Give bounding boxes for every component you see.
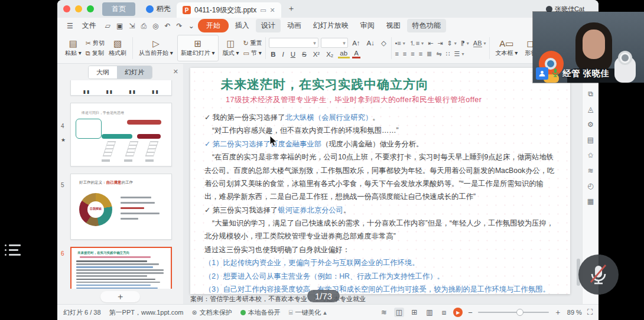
more-commands-icon[interactable]: ⌄ xyxy=(186,22,197,30)
font-color-button[interactable]: A xyxy=(352,50,361,58)
pane-history-icon[interactable]: ◴ xyxy=(587,182,593,190)
text-box-button[interactable]: A▭ 文本框 ▾ xyxy=(493,35,521,61)
cut-button[interactable]: ✂ 剪切 xyxy=(86,39,105,47)
slide-5-thumbnail[interactable]: 好工作的定义：自己满意的工作 自我探索 xyxy=(70,174,172,240)
columns-icon[interactable]: ⇋ xyxy=(436,50,441,58)
strip-list-icon[interactable] xyxy=(5,244,21,256)
numbering-icon[interactable]: ⒈≡ xyxy=(409,39,419,48)
align-right-icon[interactable]: ≡ xyxy=(411,50,414,57)
template-source[interactable]: 第一PPT，www.1ppt.com xyxy=(109,308,184,317)
slide-canvas[interactable]: 未来迷茫时，在实习实践中确立方向 17级技术经济及管理专业学生，毕业时拿到四大的… xyxy=(190,68,570,294)
slide-sorter-icon[interactable]: ⊞ xyxy=(409,308,419,317)
font-name-select[interactable]: ▾ xyxy=(269,38,318,48)
layout-button[interactable]: ◫ 版式 ▾ xyxy=(220,35,242,61)
slideshow-view-icon[interactable]: ⧈ xyxy=(440,308,448,317)
italic-button[interactable]: I xyxy=(280,51,286,58)
pane-settings-icon[interactable]: ⚙ xyxy=(587,120,594,129)
reset-button[interactable]: ↻ 重置 xyxy=(243,39,262,47)
bullets-icon[interactable]: •≡ xyxy=(395,40,401,47)
highlight-color-button[interactable]: ab xyxy=(338,50,350,58)
normal-view-icon[interactable]: ◫ xyxy=(394,308,404,317)
justify-icon[interactable]: ≡ xyxy=(419,50,422,57)
decrease-indent-icon[interactable]: ⇤ xyxy=(428,40,433,47)
list-settings-icon[interactable]: ☰ xyxy=(454,50,460,58)
fit-slide-icon[interactable]: ⛶ xyxy=(587,308,593,317)
slide-3-thumbnail[interactable]: ▮▮▮▮▮▮▮▮ xyxy=(70,80,172,96)
menu-special-features[interactable]: 特色功能 xyxy=(407,19,446,32)
clear-format-icon[interactable]: ◇ xyxy=(379,39,389,47)
add-slide-button[interactable]: ＋ xyxy=(100,291,140,302)
minimize-window-button[interactable] xyxy=(75,5,82,12)
zoom-slider-thumb[interactable] xyxy=(516,309,523,316)
pane-image-icon[interactable]: ▦ xyxy=(587,197,594,205)
mic-muted-button[interactable] xyxy=(578,254,619,295)
increase-indent-icon[interactable]: ⇥ xyxy=(437,40,443,47)
present-icon[interactable]: ▭ xyxy=(260,6,266,14)
play-slideshow-button[interactable]: ▶ xyxy=(453,308,463,317)
menu-animation[interactable]: 动画 xyxy=(282,19,307,32)
strikethrough-button[interactable]: S xyxy=(300,51,309,58)
decrease-font-icon[interactable]: A↓ xyxy=(365,40,376,47)
menu-review[interactable]: 审阅 xyxy=(355,19,380,32)
line-spacing-icon[interactable]: ⇕ xyxy=(447,40,453,47)
copy-button[interactable]: ⧉ 复制 xyxy=(86,49,105,57)
pane-effects-icon[interactable]: ◬ xyxy=(588,105,593,113)
align-left-icon[interactable]: ≡ xyxy=(395,50,398,57)
close-window-button[interactable] xyxy=(63,5,70,12)
align-center-icon[interactable]: ≡ xyxy=(403,50,406,57)
close-tab-icon[interactable]: ✕ xyxy=(270,6,275,14)
para-spacing-icon[interactable]: ∷ xyxy=(446,50,450,58)
print-preview-icon[interactable]: ◎ xyxy=(150,22,161,30)
superscript-button[interactable]: X² xyxy=(311,51,322,58)
save-icon[interactable]: ▣ xyxy=(114,22,125,30)
pane-cards-icon[interactable]: ▤ xyxy=(587,136,594,144)
one-click-beautify[interactable]: ⌸ 一键美化 ▴ xyxy=(289,308,327,317)
hamburger-icon[interactable]: ☰ xyxy=(64,22,76,30)
subscript-button[interactable]: X₂ xyxy=(324,51,336,58)
play-from-current-button[interactable]: ▷ 从当前开始 ▾ xyxy=(136,35,176,61)
open-icon[interactable]: ▱ xyxy=(103,22,113,30)
pane-beautify-icon[interactable]: ✩ xyxy=(587,151,593,159)
menu-view[interactable]: 视图 xyxy=(381,19,406,32)
redo-icon[interactable]: ↷ xyxy=(174,22,185,30)
beautify-view-icon[interactable]: ≋ xyxy=(379,308,389,317)
menu-start[interactable]: 开始 xyxy=(198,19,229,32)
text-direction-icon[interactable]: ⁋ xyxy=(461,40,465,47)
increase-font-icon[interactable]: A↑ xyxy=(350,40,362,47)
export-pdf-icon[interactable]: ⇲ xyxy=(126,22,137,30)
format-painter-button[interactable]: ▧ 格式刷 xyxy=(106,35,129,61)
close-panel-icon[interactable]: ✕ xyxy=(173,68,178,76)
protection-status[interactable]: ⊗ 文档未保护 xyxy=(192,308,232,317)
character-spacing-icon[interactable]: AB xyxy=(473,40,482,47)
pane-adjust-icon[interactable]: ≋ xyxy=(587,166,593,175)
underline-button[interactable]: U xyxy=(288,51,297,58)
tab-outline[interactable]: 大纲 xyxy=(89,66,117,79)
zoom-slider[interactable] xyxy=(478,312,549,313)
video-call-overlay[interactable]: 经管 张晓佳 xyxy=(533,12,644,83)
menu-file[interactable]: 文件 xyxy=(77,19,102,32)
section-button[interactable]: ▭ 节 ▾ xyxy=(243,49,262,57)
tab-document[interactable]: P 0411-19级交流.pptx ▭ ✕ xyxy=(177,2,281,18)
menu-slideshow[interactable]: 幻灯片放映 xyxy=(308,19,354,32)
zoom-out-button[interactable]: − xyxy=(468,308,473,317)
print-icon[interactable]: ⎙ xyxy=(138,22,149,30)
reading-view-icon[interactable]: ▥ xyxy=(424,308,434,317)
zoom-in-button[interactable]: ＋ xyxy=(554,307,562,318)
tab-slides[interactable]: 幻灯片 xyxy=(117,66,152,79)
distribute-icon[interactable]: ≣ xyxy=(427,50,432,58)
menu-design[interactable]: 设计 xyxy=(256,19,281,32)
menu-insert[interactable]: 插入 xyxy=(230,19,255,32)
bold-button[interactable]: B xyxy=(269,51,278,58)
undo-icon[interactable]: ↶ xyxy=(162,22,173,30)
tab-home[interactable]: 首页 xyxy=(102,2,135,16)
slide-4-thumbnail[interactable]: 殊途可同归，学会逆向思维 xyxy=(70,103,172,166)
backup-status[interactable]: 本地备份开 xyxy=(240,308,281,317)
pane-objects-icon[interactable]: ⧉ xyxy=(588,90,593,98)
slide-6-thumbnail-selected[interactable]: 未来迷茫时，在实习实践中确立方向 xyxy=(70,247,172,289)
tab-docer[interactable]: 稻壳 xyxy=(140,2,177,16)
paste-button[interactable]: ▤ 粘贴 ▾ xyxy=(62,35,84,61)
new-tab-button[interactable]: ＋ xyxy=(287,4,295,14)
zoom-window-button[interactable] xyxy=(87,5,94,12)
new-slide-button[interactable]: ⊞ 新建幻灯片 ▾ xyxy=(177,35,219,61)
font-size-select[interactable]: ▾ xyxy=(321,38,348,48)
